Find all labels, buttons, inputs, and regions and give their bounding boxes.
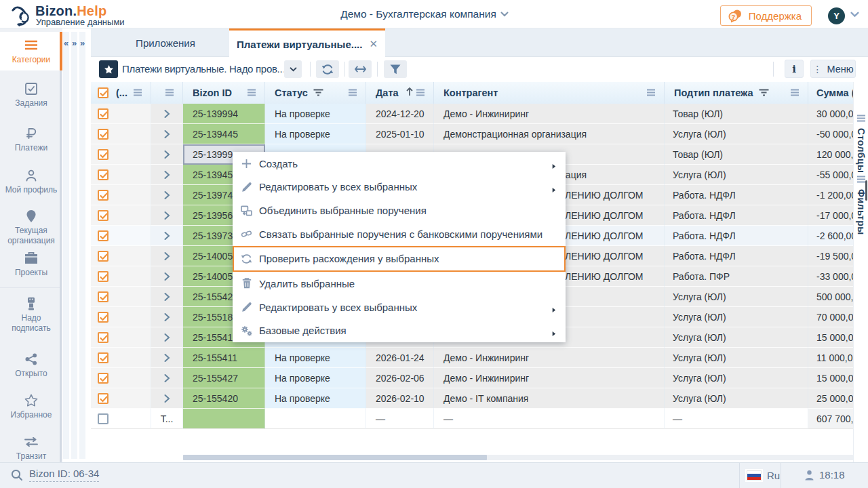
table-row-14[interactable]: 25-155427На проверке2026-02-06Демо - Инж… [91,368,853,388]
date-cell[interactable]: 2025-01-10 [366,124,434,144]
column-header-sub[interactable]: Подтип платежа [665,82,808,104]
column-menu-icon[interactable] [165,87,174,98]
collapsed-panel-handle-1[interactable]: « [63,32,69,459]
subtype-cell[interactable]: Услуга (ЮЛ) [665,307,808,327]
menu-item-6[interactable]: Удалить выбранные [233,272,566,296]
sidebar-item-3[interactable]: Платежи [0,126,62,153]
column-header-id[interactable]: Bizon ID [183,82,265,104]
row-select-cell[interactable] [91,348,151,368]
bizon-id-cell[interactable] [183,409,265,429]
bizon-id-cell[interactable]: 25-139994 [183,104,265,124]
sidebar-item-5[interactable]: Текущаяорганизация [0,209,62,246]
bizon-id-cell[interactable]: 25-155420 [183,388,265,409]
sum-cell[interactable]: 607 700, [808,409,853,429]
row-expand-cell[interactable] [151,307,183,327]
row-expand-cell[interactable] [151,266,183,287]
subtype-cell[interactable]: Работа. НДФЛ [665,205,808,226]
menu-item-1[interactable]: Создать [233,152,566,176]
column-header-dt[interactable]: Дата [366,82,434,104]
row-expand-cell[interactable] [151,226,183,246]
filter-lines-icon[interactable] [759,87,769,98]
row-expand-cell[interactable] [151,185,183,205]
checkbox-checked[interactable] [98,373,108,384]
table-row-1[interactable]: 25-139994На проверке2024-12-20Демо - Инж… [91,104,853,124]
subtype-cell[interactable]: Работа. НДФЛ [665,226,808,246]
row-select-cell[interactable] [91,388,151,409]
sum-cell[interactable]: 11 000,0 [808,348,853,368]
sum-cell[interactable]: -17 000,0 [808,205,853,226]
subtype-cell[interactable]: Услуга (ЮЛ) [665,388,808,409]
row-select-cell[interactable] [91,409,151,429]
sidebar-item-7[interactable]: Надоподписать [0,296,62,333]
row-select-cell[interactable] [91,144,151,165]
subtype-cell[interactable]: Товар (ЮЛ) [665,104,808,124]
checkbox-unchecked[interactable] [98,413,108,424]
checkbox-checked[interactable] [98,149,108,160]
sum-cell[interactable]: -55 000,0 [808,165,853,185]
column-header-ctr[interactable]: Контрагент [434,82,665,104]
contractor-cell[interactable]: — [434,409,665,429]
sidebar-item-2[interactable]: Задания [0,81,62,108]
subtype-cell[interactable]: Услуга (ЮЛ) [665,165,808,185]
row-select-cell[interactable] [91,307,151,327]
sidebar-item-10[interactable]: Транзит [0,434,62,462]
menu-item-7[interactable]: Редактировать у всех выбранных [233,296,566,319]
checkbox-checked[interactable] [98,108,108,119]
company-selector[interactable]: Демо - Бухгалтерская компания [340,8,509,20]
subtype-cell[interactable]: Услуга (ЮЛ) [665,124,808,144]
subtype-cell[interactable]: Работа. ПФР [665,266,808,287]
collapsed-panel-columns[interactable]: Столбцы [854,113,868,173]
view-selector-dropdown[interactable] [284,60,302,78]
subtype-cell[interactable]: Работа. НДФЛ [665,185,808,205]
checkbox-checked[interactable] [98,312,108,323]
bizon-id-cell[interactable]: 25-155427 [183,368,265,388]
status-cell[interactable]: На проверке [265,388,366,409]
view-selector-label[interactable]: Платежи виртуальные. Надо пров... [122,63,283,75]
checkbox-checked[interactable] [98,169,108,180]
bizon-id-cell[interactable]: 25-139445 [183,124,265,144]
row-select-cell[interactable] [91,165,151,185]
tab-2[interactable]: Платежи виртуальные....✕ [229,28,385,58]
support-button[interactable]: ? Поддержка [720,5,812,26]
date-cell[interactable]: — [366,409,434,429]
session-time[interactable]: 18:18 [804,469,845,481]
subtype-cell[interactable]: Услуга (ЮЛ) [665,368,808,388]
menu-item-2[interactable]: Редактировать у всех выбранных [233,176,566,199]
menu-item-5[interactable]: Проверить расхождения у выбранных [233,246,566,272]
subtype-cell[interactable]: Услуга (ЮЛ) [665,287,808,307]
row-select-cell[interactable] [91,185,151,205]
menu-item-3[interactable]: Объединить выбранные поручения [233,199,566,222]
row-select-cell[interactable] [91,266,151,287]
column-header-cb[interactable]: (... [91,82,151,104]
sum-cell[interactable]: -2 600,00 [808,226,853,246]
table-row-13[interactable]: 25-155411На проверке2026-01-24Демо - Инж… [91,348,853,368]
select-all-checkbox[interactable] [98,87,108,98]
refresh-button[interactable] [316,60,339,78]
contractor-cell[interactable]: Демо - IT компания [434,388,665,409]
row-select-cell[interactable] [91,287,151,307]
row-expand-cell[interactable] [151,246,183,266]
sum-cell[interactable]: -19 500,0 [808,246,853,266]
sum-cell[interactable]: 30 000,0 [808,104,853,124]
checkbox-checked[interactable] [98,251,108,262]
checkbox-checked[interactable] [98,210,108,221]
status-cell[interactable]: На проверке [265,124,366,144]
avatar-chevron-down-icon[interactable] [850,12,859,18]
column-menu-icon[interactable] [247,87,256,98]
collapsed-panel-filters[interactable]: Фильтры [854,174,868,235]
close-icon[interactable]: ✕ [369,38,378,50]
table-menu-button[interactable]: ⋮ Меню [810,60,856,78]
table-row-16[interactable]: Т...———607 700, [91,409,853,429]
column-header-exp[interactable] [151,82,183,104]
info-button[interactable]: i [785,60,804,78]
date-cell[interactable]: 2026-02-06 [366,368,434,388]
subtype-cell[interactable]: Услуга (ЮЛ) [665,348,808,368]
column-menu-icon[interactable] [416,87,425,98]
row-expand-cell[interactable] [151,205,183,226]
subtype-cell[interactable]: Работа. НДФЛ [665,246,808,266]
checkbox-checked[interactable] [98,271,108,282]
contractor-cell[interactable]: Демо - Инжиниринг [434,104,665,124]
sum-cell[interactable]: 120 000, [808,144,853,165]
row-select-cell[interactable] [91,327,151,348]
checkbox-checked[interactable] [98,332,108,343]
